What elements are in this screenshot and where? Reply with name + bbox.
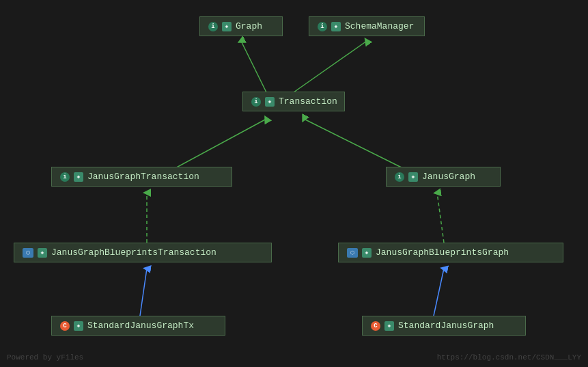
svg-line-4 <box>294 41 367 92</box>
node-sjg-label: StandardJanusGraph <box>398 321 494 331</box>
svg-line-9 <box>140 269 147 316</box>
watermark-right: https://blog.csdn.net/CSDN___LYY <box>437 353 581 362</box>
node-jgbg-label: JanusGraphBlueprintsGraph <box>376 247 509 258</box>
info-icon-jgt: i <box>60 172 70 182</box>
svg-line-5 <box>164 119 266 174</box>
c-icon-sjg: C <box>371 321 380 331</box>
cd-icon-jgbg: ⬡ <box>347 248 358 258</box>
node-graph-label: Graph <box>236 21 262 31</box>
node-graph[interactable]: i ◈ Graph <box>199 16 283 36</box>
node-sjtx-label: StandardJanusGraphTx <box>87 321 194 331</box>
svg-line-3 <box>241 41 266 92</box>
node-jg-label: JanusGraph <box>422 172 475 182</box>
vis-icon-sjg: ◈ <box>384 321 394 331</box>
node-schema-label: SchemaManager <box>345 21 414 31</box>
info-icon-jg: i <box>395 172 404 182</box>
canvas: i ◈ Graph i ◈ SchemaManager i ◈ Transact… <box>0 0 588 367</box>
cd-icon-jgbt: ⬡ <box>23 248 33 258</box>
svg-line-6 <box>304 119 415 174</box>
vis-icon-sjtx: ◈ <box>74 321 83 331</box>
svg-line-10 <box>434 269 444 316</box>
node-jgt-label: JanusGraphTransaction <box>87 172 199 182</box>
node-janus-graph[interactable]: i ◈ JanusGraph <box>386 167 501 187</box>
vis-icon-jgbg: ◈ <box>362 248 372 258</box>
watermark-left: Powered by yFiles <box>7 353 83 362</box>
node-transaction-label: Transaction <box>279 96 337 107</box>
c-icon-sjtx: C <box>60 321 70 331</box>
info-icon-graph: i <box>208 22 218 31</box>
vis-icon-schema: ◈ <box>331 22 341 31</box>
vis-icon-graph: ◈ <box>222 22 232 31</box>
node-jgbg[interactable]: ⬡ ◈ JanusGraphBlueprintsGraph <box>338 243 563 262</box>
vis-icon-jg: ◈ <box>408 172 418 182</box>
vis-icon-jgt: ◈ <box>74 172 83 182</box>
node-standard-janus-graph[interactable]: C ◈ StandardJanusGraph <box>362 316 526 336</box>
node-jgbt[interactable]: ⬡ ◈ JanusGraphBlueprintsTransaction <box>14 243 272 262</box>
node-schema-manager[interactable]: i ◈ SchemaManager <box>309 16 425 36</box>
info-icon-tx: i <box>251 97 261 107</box>
info-icon-schema: i <box>318 22 327 31</box>
svg-line-8 <box>437 193 444 243</box>
vis-icon-tx: ◈ <box>265 97 275 107</box>
node-janus-graph-transaction[interactable]: i ◈ JanusGraphTransaction <box>51 167 232 187</box>
vis-icon-jgbt: ◈ <box>38 248 47 258</box>
node-standard-janus-tx[interactable]: C ◈ StandardJanusGraphTx <box>51 316 225 336</box>
node-transaction[interactable]: i ◈ Transaction <box>242 92 345 111</box>
node-jgbt-label: JanusGraphBlueprintsTransaction <box>51 247 216 258</box>
